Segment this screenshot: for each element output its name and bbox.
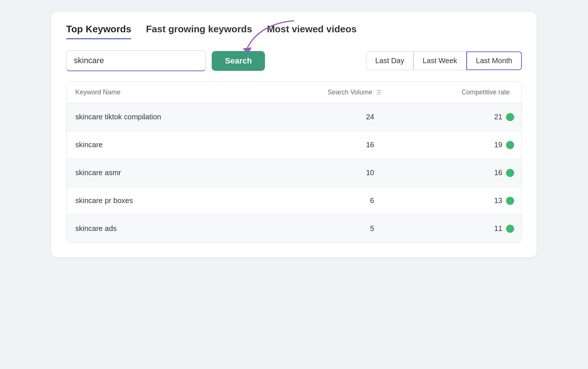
table-row: skincare asmr1016 — [67, 159, 521, 187]
table-header-row: Keyword Name Search Volume ☰ Competitive… — [67, 82, 521, 103]
search-button[interactable]: Search — [212, 51, 265, 71]
table-row: skincare pr boxes613 — [67, 187, 521, 215]
tab-bar: Top Keywords Fast growing keywords Most … — [66, 23, 522, 39]
competitive-dot — [506, 169, 514, 177]
competitive-dot — [506, 141, 514, 149]
volume-cell: 6 — [255, 187, 397, 215]
keywords-table: Keyword Name Search Volume ☰ Competitive… — [66, 82, 522, 243]
tab-top-keywords[interactable]: Top Keywords — [66, 23, 131, 39]
keyword-cell: skincare tiktok compilation — [67, 103, 255, 131]
volume-cell: 5 — [255, 215, 397, 243]
search-input[interactable] — [66, 50, 206, 71]
rate-number: 19 — [494, 141, 502, 149]
competitive-dot — [506, 197, 514, 205]
keyword-cell: skincare ads — [67, 215, 255, 243]
rate-cell: 19 — [396, 131, 521, 159]
rate-number: 21 — [494, 113, 502, 121]
volume-cell: 10 — [255, 159, 397, 187]
table-row: skincare tiktok compilation2421 — [67, 103, 521, 131]
rate-cell: 13 — [396, 187, 521, 215]
rate-cell: 21 — [396, 103, 521, 131]
keyword-cell: skincare asmr — [67, 159, 255, 187]
volume-cell: 16 — [255, 131, 397, 159]
rate-number: 16 — [494, 169, 502, 177]
rate-number: 13 — [494, 196, 502, 205]
rate-number: 11 — [494, 224, 502, 233]
time-filter-group: Last Day Last Week Last Month — [366, 51, 522, 70]
table-row: skincare ads511 — [67, 215, 521, 243]
competitive-dot — [506, 225, 514, 233]
last-week-button[interactable]: Last Week — [413, 51, 466, 70]
col-header-rate: Competitive rate — [396, 82, 521, 103]
main-container: Top Keywords Fast growing keywords Most … — [51, 12, 537, 257]
controls-row: Search Last Day Last Week Last Month — [66, 50, 522, 71]
volume-cell: 24 — [255, 103, 397, 131]
tab-fast-growing[interactable]: Fast growing keywords — [146, 23, 252, 39]
table-row: skincare1619 — [67, 131, 521, 159]
keyword-cell: skincare — [67, 131, 255, 159]
last-month-button[interactable]: Last Month — [466, 51, 522, 70]
rate-cell: 11 — [396, 215, 521, 243]
keyword-cell: skincare pr boxes — [67, 187, 255, 215]
last-day-button[interactable]: Last Day — [366, 51, 413, 70]
tab-most-viewed[interactable]: Most viewed videos — [267, 23, 356, 39]
rate-cell: 16 — [396, 159, 521, 187]
col-header-volume[interactable]: Search Volume ☰ — [255, 82, 397, 103]
sort-icon: ☰ — [376, 89, 381, 96]
col-header-keyword: Keyword Name — [67, 82, 255, 103]
competitive-dot — [506, 113, 514, 121]
